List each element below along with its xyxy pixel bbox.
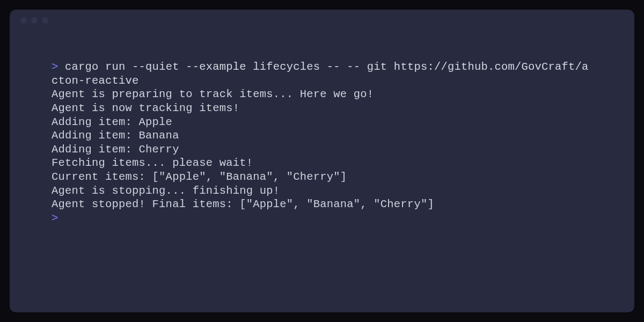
terminal-content[interactable]: > cargo run --quiet --example lifecycles… [20, 28, 624, 236]
prompt-symbol: > [52, 212, 58, 224]
output-line: Adding item: Cherry [52, 143, 592, 157]
output-line: Agent is stopping... finishing up! [52, 184, 592, 198]
output-line: Agent stopped! Final items: ["Apple", "B… [52, 197, 592, 211]
output-line: Current items: ["Apple", "Banana", "Cher… [52, 170, 592, 184]
command-line: > cargo run --quiet --example lifecycles… [52, 60, 592, 87]
maximize-dot[interactable] [42, 17, 48, 24]
output-line: Fetching items... please wait! [52, 156, 592, 170]
output-line: Adding item: Apple [52, 115, 592, 129]
final-prompt-line: > [52, 211, 592, 225]
output-line: Adding item: Banana [52, 129, 592, 143]
command-text: cargo run --quiet --example lifecycles -… [52, 61, 589, 87]
minimize-dot[interactable] [31, 17, 38, 24]
prompt-symbol: > [52, 61, 58, 73]
window-controls [20, 17, 624, 24]
output-line: Agent is now tracking items! [52, 101, 592, 115]
terminal-window: > cargo run --quiet --example lifecycles… [10, 10, 634, 312]
close-dot[interactable] [20, 17, 27, 24]
output-line: Agent is preparing to track items... Her… [52, 87, 592, 101]
